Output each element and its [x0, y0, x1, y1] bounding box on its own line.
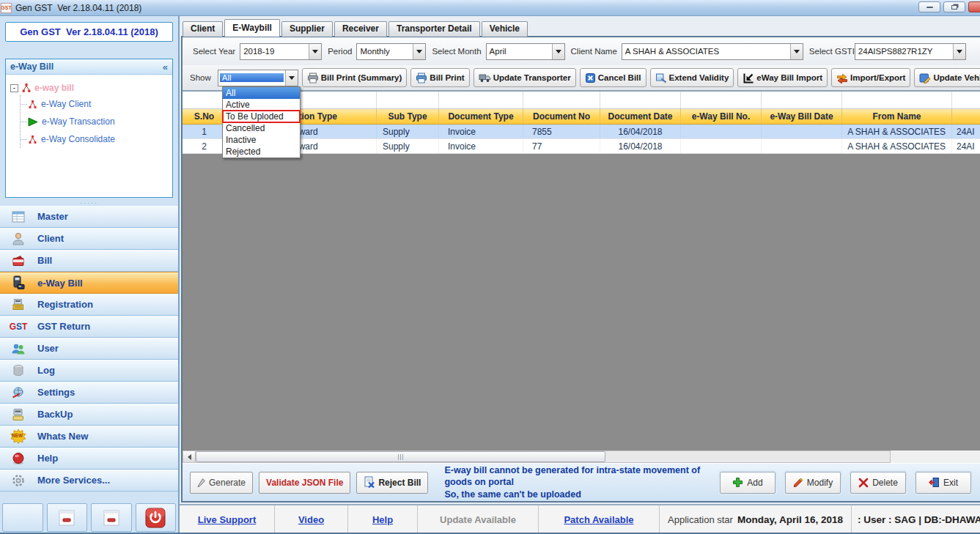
sidebar-item-master[interactable]: Master — [0, 206, 178, 228]
filter-row: Select Year 2018-19 Period Monthly Selec… — [183, 37, 980, 65]
share-icon — [28, 135, 37, 144]
bill-print-button[interactable]: Bill Print — [410, 68, 469, 87]
tree-item-eway-transaction[interactable]: e-Way Transaction — [21, 113, 169, 130]
column-header-from-name[interactable]: From Name — [842, 109, 952, 124]
sidebar-item-eway-bill[interactable]: e-Way Bill — [0, 272, 178, 294]
scroll-left-icon[interactable] — [183, 451, 196, 462]
table-row[interactable]: 2 Outward Supply Invoice 77 16/04/2018 A… — [183, 139, 980, 154]
tab-transporter-detail[interactable]: Transporter Detail — [388, 21, 480, 37]
window-controls — [918, 1, 980, 12]
update-transporter-button[interactable]: Update Transporter — [474, 68, 576, 87]
column-header-document-no[interactable]: Document No — [523, 109, 600, 124]
scrollbar-track[interactable] — [183, 450, 891, 463]
dropdown-option-active[interactable]: Active — [223, 99, 300, 111]
dropdown-option-rejected[interactable]: Rejected — [223, 146, 300, 157]
dropdown-option-all[interactable]: All — [223, 87, 300, 99]
column-header-document-date[interactable]: Document Date — [600, 109, 681, 124]
dropdown-option-to-be-uploaded[interactable]: To Be Uploded — [223, 111, 300, 122]
validate-json-button[interactable]: Validate JSON File — [259, 472, 350, 494]
help-icon — [10, 450, 27, 467]
sidebar-item-settings[interactable]: Settings — [0, 382, 178, 404]
sidebar-item-gst-return[interactable]: GST GST Return — [0, 316, 178, 338]
tab-e-waybill[interactable]: E-Waybill — [224, 19, 280, 37]
column-header-document-type[interactable]: Document Type — [439, 109, 523, 124]
live-support-link[interactable]: Live Support — [180, 505, 275, 534]
column-header-sno[interactable]: S.No — [183, 109, 226, 124]
column-header-sub-type[interactable]: Sub Type — [377, 109, 439, 124]
extend-validity-button[interactable]: Extend Validity — [650, 68, 734, 87]
tab-client[interactable]: Client — [183, 21, 223, 37]
column-header-eway-bill-date[interactable]: e-Way Bill Date — [762, 109, 842, 124]
app-window: GST Gen GST Ver 2.18.04.11 (2018) Gen GS… — [0, 0, 980, 534]
patch-available-link[interactable]: Patch Available — [539, 505, 660, 534]
modify-button[interactable]: Modify — [785, 472, 841, 494]
table-row[interactable]: 1 Outward Supply Invoice 7855 16/04/2018… — [183, 125, 980, 139]
extend-icon — [655, 73, 667, 84]
period-select[interactable]: Monthly — [356, 43, 426, 60]
sidebar-item-backup[interactable]: BackUp — [0, 404, 178, 426]
chevron-down-icon[interactable] — [413, 44, 425, 59]
delete-button[interactable]: Delete — [850, 472, 906, 494]
help-link[interactable]: Help — [348, 505, 418, 534]
show-label: Show — [190, 73, 211, 82]
sidebar-item-registration[interactable]: Registration — [0, 294, 178, 316]
month-select[interactable]: April — [486, 43, 565, 60]
add-button[interactable]: Add — [720, 472, 775, 494]
sidebar-item-more-services[interactable]: More Services... — [0, 470, 178, 492]
chevron-down-icon[interactable] — [953, 44, 965, 59]
chevron-down-icon[interactable] — [285, 70, 298, 86]
column-header-gstin[interactable] — [952, 109, 980, 124]
info-message: E-way bill cannot be generated for intra… — [444, 464, 714, 500]
chevron-down-icon[interactable] — [552, 44, 564, 59]
backup-icon — [10, 407, 27, 423]
tab-vehicle[interactable]: Vehicle — [482, 21, 528, 37]
crud-buttons: Add Modify Delete Exit — [720, 472, 971, 494]
sidebar-item-user[interactable]: User — [0, 338, 178, 360]
gstin-select[interactable]: 24AISPS8827R1ZY — [855, 43, 966, 60]
update-vehicle-button[interactable]: Update Vehicle — [914, 68, 980, 87]
sidebar-item-bill[interactable]: Bill — [0, 250, 178, 272]
bill-icon — [10, 253, 27, 269]
minimize-icon[interactable] — [918, 1, 940, 12]
dropdown-option-inactive[interactable]: Inactive — [223, 134, 300, 146]
year-select[interactable]: 2018-19 — [240, 43, 322, 60]
dropdown-option-cancelled[interactable]: Cancelled — [223, 122, 300, 134]
window-minimize-icon[interactable] — [47, 503, 88, 532]
window-minimize-icon[interactable] — [91, 503, 132, 532]
cancel-bill-button[interactable]: Cancel Bill — [580, 68, 646, 87]
sidebar-item-log[interactable]: Log — [0, 360, 178, 382]
scrollbar-thumb[interactable] — [196, 451, 605, 462]
restore-icon[interactable] — [943, 1, 965, 12]
bill-print-summary-button[interactable]: Bill Print (Summary) — [302, 68, 408, 87]
tree-item-eway-client[interactable]: e-Way Client — [21, 95, 169, 113]
close-icon[interactable] — [968, 1, 980, 12]
show-filter-select[interactable]: All — [218, 70, 298, 86]
video-link[interactable]: Video — [275, 505, 348, 534]
power-icon[interactable] — [136, 503, 177, 532]
printer-icon — [416, 73, 427, 84]
client-icon — [10, 231, 27, 247]
exit-button[interactable]: Exit — [915, 472, 971, 494]
tab-supplier[interactable]: Supplier — [281, 21, 333, 37]
tab-receiver[interactable]: Receiver — [334, 21, 387, 37]
tree-root-item[interactable]: - e-way bill — [10, 81, 169, 95]
master-icon — [10, 209, 27, 225]
chevron-down-icon[interactable] — [309, 44, 321, 59]
reject-bill-button[interactable]: Reject Bill — [356, 472, 428, 494]
tree-expand-icon[interactable]: - — [10, 84, 18, 92]
import-export-icon-button[interactable]: Import/Export — [831, 68, 910, 87]
collapse-icon[interactable]: « — [163, 62, 168, 73]
pencil-icon — [919, 73, 931, 84]
column-header-eway-bill-no[interactable]: e-Way Bill No. — [681, 109, 762, 124]
eway-bill-icon — [10, 275, 27, 291]
sidebar-item-client[interactable]: Client — [0, 228, 178, 250]
tree-item-eway-consolidate[interactable]: e-Way Consolidate — [21, 130, 169, 148]
sidebar-item-whats-new[interactable]: NEW Whats New — [0, 426, 178, 448]
eway-bill-import-button[interactable]: eWay Bill Import — [737, 68, 828, 87]
status-bar: Live Support Video Help Update Available… — [180, 504, 980, 534]
sidebar-item-help[interactable]: Help — [0, 448, 178, 470]
client-name-select[interactable]: A SHAH & ASSOCIATES — [622, 43, 803, 60]
generate-button[interactable]: Generate — [190, 472, 253, 494]
chevron-down-icon[interactable] — [790, 44, 803, 59]
empty-slot[interactable] — [2, 503, 43, 532]
